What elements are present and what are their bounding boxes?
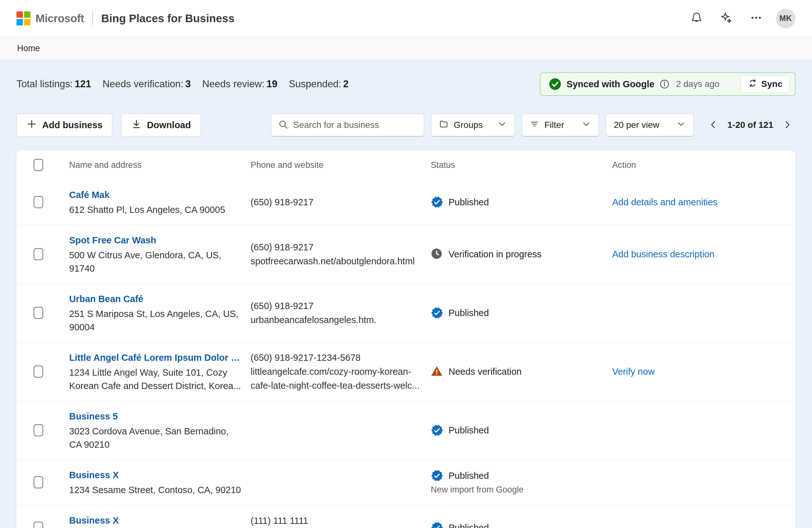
search-icon: [278, 119, 289, 131]
business-name-link[interactable]: Little Angel Café Lorem Ipsum Dolor Sit.…: [69, 351, 243, 365]
stat-total-listings: Total listings:121: [16, 79, 91, 90]
ellipsis-icon: [750, 11, 763, 25]
column-header-action: Action: [612, 160, 796, 170]
chevron-left-icon: [709, 120, 718, 130]
main-content: Total listings:121 Needs verification:3 …: [0, 72, 812, 528]
status-text: Published: [449, 308, 489, 318]
search-input[interactable]: [293, 120, 417, 130]
notifications-button[interactable]: [686, 8, 707, 29]
sparkle-icon: [720, 11, 733, 25]
published-badge-icon: [431, 424, 444, 437]
microsoft-logo-icon: [16, 11, 30, 25]
listing-rows: Café Mak 612 Shatto Pl, Los Angeles, CA …: [16, 180, 796, 528]
row-checkbox[interactable]: [34, 248, 43, 260]
stat-suspended: Suspended:2: [289, 79, 349, 90]
status-text: Published: [449, 425, 489, 436]
business-name-link[interactable]: Business X: [69, 513, 119, 527]
business-address: 3023 Cordova Avenue, San Bernadino, CA 9…: [69, 425, 243, 451]
microsoft-wordmark: Microsoft: [35, 12, 84, 25]
google-sync-banner: Synced with Google 2 days ago: [540, 72, 796, 96]
table-row: Business X 1234 Sesame Street, Contoso, …: [16, 505, 796, 528]
business-name-link[interactable]: Urban Bean Café: [69, 292, 143, 306]
business-website: littleangelcafe.com/cozy-roomy-korean-ca…: [250, 365, 423, 393]
search-box: [271, 114, 424, 137]
warning-icon: [431, 365, 444, 378]
brand: Microsoft Bing Places for Business: [16, 11, 234, 25]
filter-label: Filter: [544, 120, 564, 130]
column-header-name: Name and address: [69, 160, 250, 170]
sync-button-label: Sync: [761, 79, 783, 89]
stat-needs-review: Needs review:19: [202, 79, 277, 90]
table-header-row: Name and address Phone and website Statu…: [16, 151, 796, 180]
business-name-link[interactable]: Business X: [69, 468, 119, 482]
clock-icon: [431, 248, 444, 260]
business-phone: (111) 111 1111: [250, 514, 423, 528]
breadcrumb-home[interactable]: Home: [17, 43, 40, 53]
row-checkbox[interactable]: [34, 522, 43, 528]
status-text: Published: [449, 523, 489, 528]
table-row: Café Mak 612 Shatto Pl, Los Angeles, CA …: [16, 180, 796, 225]
success-check-icon: [549, 78, 562, 90]
info-icon[interactable]: [659, 79, 670, 89]
top-bar: Microsoft Bing Places for Business: [0, 0, 812, 37]
add-business-button[interactable]: Add business: [16, 114, 112, 137]
action-link[interactable]: Verify now: [612, 367, 655, 377]
stat-needs-verification: Needs verification:3: [102, 79, 191, 90]
sync-status-text: Synced with Google: [566, 79, 654, 89]
copilot-button[interactable]: [716, 8, 737, 29]
status-text: Published: [449, 471, 489, 481]
stats-row: Total listings:121 Needs verification:3 …: [16, 72, 796, 96]
chevron-down-icon: [581, 119, 591, 131]
business-address: 1234 Sesame Street, Contoso, CA, 90210: [69, 483, 243, 497]
chevron-down-icon: [676, 119, 686, 131]
select-all-checkbox[interactable]: [34, 159, 43, 171]
more-options-button[interactable]: [746, 8, 766, 29]
row-checkbox[interactable]: [34, 366, 43, 377]
row-checkbox[interactable]: [34, 424, 43, 436]
business-address: 612 Shatto Pl, Los Angeles, CA 90005: [69, 203, 243, 216]
action-link[interactable]: Add business description: [612, 249, 714, 259]
business-website: spotfreecarwash.net/aboutglendora.html: [250, 254, 423, 268]
filter-dropdown[interactable]: Filter: [522, 114, 599, 137]
pagination-range: 1-20 of 121: [727, 120, 773, 130]
table-row: Urban Bean Café 251 S Mariposa St, Los A…: [16, 283, 796, 342]
previous-page-button[interactable]: [705, 117, 722, 133]
business-name-link[interactable]: Café Mak: [69, 188, 110, 202]
topbar-actions: MK: [686, 8, 796, 29]
business-name-link[interactable]: Spot Free Car Wash: [69, 233, 156, 247]
published-badge-icon: [431, 521, 444, 528]
business-phone: (650) 918-9217-1234-5678: [250, 351, 423, 365]
status-note: New import from Google: [431, 484, 605, 495]
add-business-label: Add business: [42, 120, 102, 130]
row-checkbox[interactable]: [34, 307, 43, 319]
listing-stats: Total listings:121 Needs verification:3 …: [16, 79, 349, 90]
per-view-dropdown[interactable]: 20 per view: [606, 114, 694, 137]
row-checkbox[interactable]: [34, 196, 43, 208]
table-row: Business X 1234 Sesame Street, Contoso, …: [16, 459, 796, 505]
published-badge-icon: [431, 469, 444, 482]
next-page-button[interactable]: [779, 117, 796, 133]
status-text: Verification in progress: [449, 249, 541, 259]
sync-button[interactable]: Sync: [741, 75, 790, 93]
download-button[interactable]: Download: [121, 114, 201, 137]
filter-icon: [530, 119, 539, 131]
business-name-link[interactable]: Business 5: [69, 409, 118, 423]
status-text: Needs verification: [449, 367, 522, 377]
business-address: 1234 Little Angel Way, Suite 101, Cozy K…: [69, 366, 243, 393]
download-label: Download: [147, 120, 191, 130]
groups-label: Groups: [453, 120, 483, 130]
breadcrumb-bar: Home: [0, 37, 812, 60]
table-row: Business 5 3023 Cordova Avenue, San Bern…: [16, 401, 796, 459]
groups-dropdown[interactable]: Groups: [431, 114, 515, 137]
row-checkbox[interactable]: [34, 476, 43, 488]
business-address: 251 S Mariposa St, Los Angeles, CA, US, …: [69, 307, 243, 334]
pagination: 1-20 of 121: [705, 117, 796, 133]
sync-arrows-icon: [748, 79, 757, 90]
download-icon: [131, 119, 142, 132]
page-title: Bing Places for Business: [101, 12, 234, 25]
avatar[interactable]: MK: [776, 9, 796, 28]
business-website: urbanbeancafelosangeles.htm.: [250, 313, 423, 327]
published-badge-icon: [431, 306, 444, 319]
action-link[interactable]: Add details and amenities: [612, 197, 717, 207]
column-header-phone: Phone and website: [250, 160, 431, 170]
